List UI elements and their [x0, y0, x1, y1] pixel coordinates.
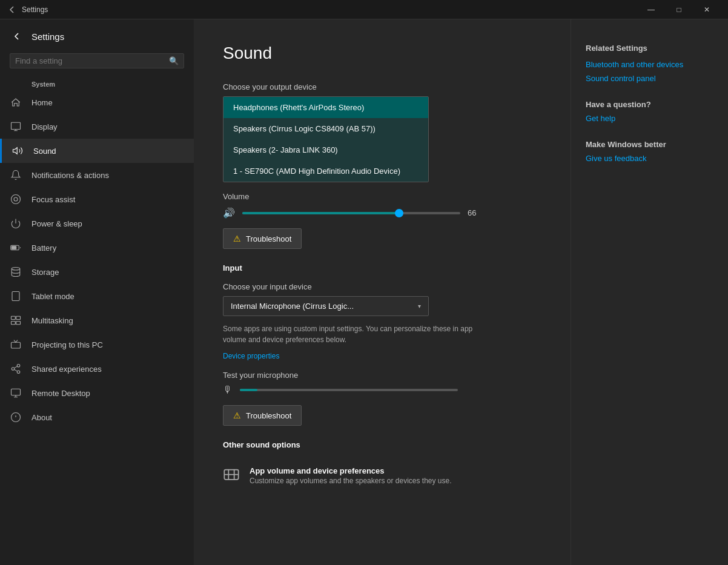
- input-device-selected: Internal Microphone (Cirrus Logic...: [231, 302, 354, 311]
- sidebar-item-tablet[interactable]: Tablet mode: [0, 284, 194, 308]
- related-link-bluetooth[interactable]: Bluetooth and other devices: [586, 60, 713, 69]
- sidebar-label-multitasking: Multitasking: [31, 316, 184, 325]
- input-device-select[interactable]: Internal Microphone (Cirrus Logic... ▾: [223, 296, 429, 316]
- other-item-title-app-volume: App volume and device preferences: [250, 466, 452, 475]
- make-better-title: Make Windows better: [586, 140, 713, 149]
- volume-section: Volume 🔊 66: [223, 192, 541, 219]
- volume-label: Volume: [223, 192, 541, 201]
- titlebar-title: Settings: [22, 5, 637, 14]
- svg-point-2: [12, 195, 21, 204]
- troubleshoot-input-button[interactable]: ⚠ Troubleshoot: [223, 405, 302, 426]
- output-option-jabra[interactable]: Speakers (2- Jabra LINK 360): [223, 139, 428, 160]
- output-option-airpods[interactable]: Headphones (Rhett's AirPods Stereo): [223, 97, 428, 118]
- tablet-icon: [10, 290, 22, 302]
- volume-icon: 🔊: [223, 207, 235, 219]
- sidebar-header: Settings: [0, 19, 194, 48]
- sidebar-nav: Home Display Sound Notifications & actio…: [0, 90, 194, 429]
- svg-rect-10: [12, 316, 16, 319]
- maximize-button[interactable]: □: [665, 0, 693, 19]
- sidebar-item-display[interactable]: Display: [0, 114, 194, 139]
- back-icon[interactable]: [7, 5, 17, 15]
- sidebar-item-sound[interactable]: Sound: [0, 139, 194, 163]
- output-device-dropdown[interactable]: Headphones (Rhett's AirPods Stereo)Speak…: [223, 96, 429, 182]
- volume-value: 66: [468, 208, 482, 217]
- sidebar-label-focus: Focus assist: [31, 195, 184, 204]
- search-box[interactable]: 🔍: [10, 53, 184, 68]
- app-body: Settings 🔍 System Home Display Sound Not…: [0, 19, 728, 565]
- volume-slider-track[interactable]: [242, 212, 460, 214]
- about-icon: [10, 411, 22, 423]
- device-properties-link[interactable]: Device properties: [223, 352, 279, 360]
- output-option-amd[interactable]: 1 - SE790C (AMD High Definition Audio De…: [223, 160, 428, 182]
- sidebar-item-battery[interactable]: Battery: [0, 236, 194, 260]
- input-device-label: Choose your input device: [223, 282, 541, 291]
- minimize-button[interactable]: —: [637, 0, 665, 19]
- mic-slider-fill: [240, 389, 257, 391]
- close-button[interactable]: ✕: [693, 0, 721, 19]
- sidebar-item-about[interactable]: About: [0, 405, 194, 429]
- sound-icon: [12, 145, 24, 157]
- sidebar-label-power: Power & sleep: [31, 219, 184, 228]
- sidebar-label-home: Home: [31, 98, 184, 107]
- sidebar-item-notifications[interactable]: Notifications & actions: [0, 163, 194, 187]
- nav-back-button[interactable]: [10, 29, 24, 44]
- give-feedback-link[interactable]: Give us feedback: [586, 154, 713, 163]
- other-item-app-volume[interactable]: App volume and device preferences Custom…: [223, 459, 541, 495]
- other-item-text-app-volume: App volume and device preferences Custom…: [250, 466, 452, 485]
- sidebar-item-home[interactable]: Home: [0, 90, 194, 114]
- search-input[interactable]: [15, 56, 169, 65]
- mic-slider-row: 🎙: [223, 385, 541, 395]
- page-title: Sound: [223, 44, 541, 63]
- sidebar-item-multitasking[interactable]: Multitasking: [0, 308, 194, 332]
- get-help-link[interactable]: Get help: [586, 114, 713, 123]
- sidebar-label-tablet: Tablet mode: [31, 292, 184, 301]
- make-better-section: Make Windows better Give us feedback: [586, 140, 713, 163]
- multitasking-icon: [10, 314, 22, 326]
- sidebar-item-focus[interactable]: Focus assist: [0, 187, 194, 211]
- output-option-cirrus[interactable]: Speakers (Cirrus Logic CS8409 (AB 57)): [223, 118, 428, 139]
- sidebar: Settings 🔍 System Home Display Sound Not…: [0, 19, 194, 565]
- sidebar-item-shared[interactable]: Shared experiences: [0, 357, 194, 381]
- mic-icon: 🎙: [223, 385, 233, 395]
- svg-rect-0: [12, 122, 21, 129]
- main-content: Sound Choose your output device Headphon…: [194, 19, 571, 565]
- remote-icon: [10, 387, 22, 399]
- output-dropdown-menu: Headphones (Rhett's AirPods Stereo)Speak…: [223, 96, 429, 182]
- volume-thumb[interactable]: [395, 209, 403, 217]
- output-device-label: Choose your output device: [223, 82, 541, 91]
- related-link-sound-panel[interactable]: Sound control panel: [586, 74, 713, 83]
- projecting-icon: [10, 339, 22, 351]
- warning-icon: ⚠: [233, 234, 241, 243]
- svg-point-16: [12, 368, 15, 371]
- troubleshoot-output-button[interactable]: ⚠ Troubleshoot: [223, 228, 302, 249]
- titlebar: Settings — □ ✕: [0, 0, 728, 19]
- question-section: Have a question? Get help: [586, 100, 713, 123]
- other-item-desc-app-volume: Customize app volumes and the speakers o…: [250, 477, 452, 485]
- storage-icon: [10, 266, 22, 278]
- svg-marker-1: [13, 148, 18, 154]
- sidebar-item-storage[interactable]: Storage: [0, 260, 194, 284]
- mic-slider-track[interactable]: [240, 389, 458, 391]
- sidebar-label-storage: Storage: [31, 268, 184, 277]
- sidebar-label-notifications: Notifications & actions: [31, 171, 184, 180]
- shared-icon: [10, 363, 22, 375]
- sidebar-label-sound: Sound: [33, 147, 184, 156]
- sidebar-label-shared: Shared experiences: [31, 365, 184, 374]
- warning-icon-input: ⚠: [233, 411, 241, 420]
- svg-rect-8: [12, 292, 19, 301]
- sidebar-label-remote: Remote Desktop: [31, 389, 184, 398]
- svg-point-3: [14, 197, 18, 201]
- sidebar-item-projecting[interactable]: Projecting to this PC: [0, 332, 194, 357]
- svg-line-18: [14, 369, 17, 371]
- chevron-down-icon: ▾: [418, 303, 421, 309]
- svg-line-19: [14, 366, 17, 368]
- sidebar-item-remote[interactable]: Remote Desktop: [0, 381, 194, 405]
- svg-rect-11: [16, 316, 21, 319]
- test-mic-label: Test your microphone: [223, 371, 541, 380]
- related-settings-title: Related Settings: [586, 44, 713, 53]
- troubleshoot-output-label: Troubleshoot: [246, 234, 291, 243]
- svg-rect-13: [16, 322, 21, 325]
- sidebar-label-projecting: Projecting to this PC: [31, 340, 184, 349]
- focus-icon: [10, 193, 22, 205]
- sidebar-item-power[interactable]: Power & sleep: [0, 211, 194, 236]
